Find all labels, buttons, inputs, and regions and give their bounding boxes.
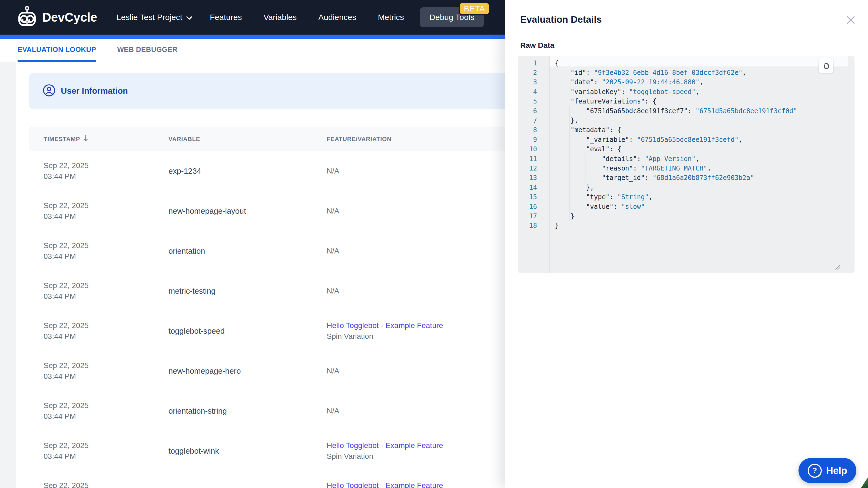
column-header-timestamp[interactable]: TIMESTAMP (29, 135, 168, 143)
code-line: 3 "date": "2025-09-22 19:44:46.880", (518, 77, 855, 87)
code-line: 13 "target_id": "68d1a6a20b873ff62e903b2… (518, 173, 855, 183)
line-number: 17 (518, 213, 537, 220)
beta-badge: BETA (459, 2, 490, 15)
code-line: 4 "variableKey": "togglebot-speed", (518, 87, 855, 96)
code-line: 6 "6751d5a65bdc8ee191f3cef7": "6751d5a65… (518, 106, 855, 116)
code-line: 5 "featureVariations": { (518, 97, 855, 106)
timestamp-time: 03:44 PM (43, 411, 168, 422)
timestamp-date: Sep 22, 2025 (43, 320, 168, 331)
timestamp-cell: Sep 22, 2025 03:44 PM (29, 160, 168, 182)
line-source: "reason": "TARGETING_MATCH", (537, 165, 711, 172)
help-button[interactable]: ? Help (799, 458, 856, 483)
nav-item-metrics[interactable]: Metrics (378, 13, 404, 22)
copy-button[interactable] (819, 58, 833, 73)
variable-cell: exp-1234 (168, 167, 327, 176)
line-number: 18 (518, 222, 537, 229)
line-number: 12 (518, 165, 537, 172)
sort-descending-icon (83, 135, 89, 143)
devcycle-logo[interactable]: DevCycle (16, 5, 97, 29)
line-number: 8 (518, 126, 537, 134)
code-line: 18 } (518, 221, 855, 230)
feature-na-value: N/A (327, 367, 339, 375)
line-source: "variableKey": "togglebot-speed", (537, 88, 700, 96)
code-line: 8 "metadata": { (518, 125, 855, 135)
line-source: "value": "slow" (537, 203, 645, 210)
code-line: 2 "id": "9f3e4b32-6ebb-4d16-8bef-03dccf3… (518, 68, 855, 77)
line-source: "target_id": "68d1a6a20b873ff62e903b2a" (537, 174, 754, 182)
line-source: "metadata": { (537, 126, 621, 134)
column-header-variable[interactable]: VARIABLE (168, 136, 327, 143)
line-source: }, (537, 184, 594, 191)
feature-na-value: N/A (327, 207, 339, 215)
user-circle-icon (43, 84, 56, 98)
close-icon[interactable] (845, 14, 857, 26)
variable-cell: new-homepage-layout (168, 207, 327, 216)
timestamp-header-label: TIMESTAMP (43, 136, 80, 143)
line-source: "date": "2025-09-22 19:44:46.880", (537, 78, 703, 86)
timestamp-date: Sep 22, 2025 (43, 200, 168, 211)
user-information-label: User Information (61, 86, 128, 96)
timestamp-cell: Sep 22, 2025 03:44 PM (29, 240, 168, 262)
timestamp-cell: Sep 22, 2025 03:44 PM (29, 200, 168, 222)
code-line: 12 "reason": "TARGETING_MATCH", (518, 163, 855, 173)
timestamp-cell: Sep 22, 2025 03:44 PM (29, 320, 168, 342)
nav-menu: Features Variables Audiences Metrics (210, 13, 404, 22)
line-number: 10 (518, 145, 537, 153)
timestamp-time: 03:44 PM (43, 331, 168, 342)
tab-evaluation-lookup[interactable]: EVALUATION LOOKUP (18, 39, 96, 62)
drawer-title: Evaluation Details (520, 14, 602, 25)
timestamp-time: 03:44 PM (43, 371, 168, 382)
timestamp-cell: Sep 22, 2025 03:44 PM (29, 480, 168, 488)
brand-name: DevCycle (42, 10, 97, 25)
timestamp-time: 03:44 PM (43, 251, 168, 262)
line-number: 2 (518, 69, 537, 76)
raw-data-label: Raw Data (520, 41, 554, 50)
raw-data-code-block[interactable]: 1 { 2 "id": "9f3e4b32-6ebb-4d16-8bef-03d… (518, 56, 855, 273)
timestamp-cell: Sep 22, 2025 03:44 PM (29, 400, 168, 422)
line-number: 5 (518, 98, 537, 105)
variable-header-label: VARIABLE (168, 136, 200, 143)
code-line: 15 "type": "String", (518, 192, 855, 202)
variable-cell: metric-testing (168, 287, 327, 296)
code-line: 16 "value": "slow" (518, 202, 855, 211)
nav-item-variables[interactable]: Variables (264, 13, 297, 22)
line-number: 13 (518, 174, 537, 182)
line-number: 1 (518, 60, 537, 67)
timestamp-date: Sep 22, 2025 (43, 360, 168, 371)
timestamp-cell: Sep 22, 2025 03:44 PM (29, 440, 168, 462)
tab-web-debugger[interactable]: WEB DEBUGGER (117, 39, 177, 62)
feature-na-value: N/A (327, 287, 339, 295)
project-selector[interactable]: Leslie Test Project (117, 13, 192, 22)
line-source: }, (537, 117, 579, 124)
code-line: 17 } (518, 211, 855, 221)
timestamp-time: 03:44 PM (43, 291, 168, 302)
timestamp-date: Sep 22, 2025 (43, 480, 168, 488)
line-source: } (537, 213, 574, 220)
line-source: "_variable": "6751d5a65bdc8ee191f3cefd", (537, 136, 743, 143)
timestamp-cell: Sep 22, 2025 03:44 PM (29, 280, 168, 302)
nav-item-features[interactable]: Features (210, 13, 242, 22)
variable-cell: togglebot-wink (168, 447, 327, 456)
project-selector-label: Leslie Test Project (117, 13, 182, 22)
line-source: { (537, 60, 559, 67)
code-line: 11 "details": "App Version", (518, 154, 855, 163)
evaluation-details-drawer: Evaluation Details Raw Data 1 { 2 "id": … (505, 0, 868, 488)
line-number: 7 (518, 117, 537, 124)
variable-cell: togglebot-speed (168, 487, 327, 488)
code-line: 10 "eval": { (518, 144, 855, 154)
timestamp-date: Sep 22, 2025 (43, 280, 168, 291)
variable-cell: orientation (168, 247, 327, 256)
nav-item-debug-tools[interactable]: Debug Tools BETA (420, 7, 484, 27)
timestamp-time: 03:44 PM (43, 171, 168, 182)
feature-variation-header-label: FEATURE/VARIATION (327, 136, 392, 143)
code-line: 14 }, (518, 183, 855, 192)
line-source: "details": "App Version", (537, 155, 700, 163)
line-source: "6751d5a65bdc8ee191f3cef7": "6751d5a65bd… (537, 107, 797, 115)
line-number: 9 (518, 136, 537, 143)
variable-cell: togglebot-speed (168, 327, 327, 335)
resize-grip[interactable] (834, 264, 840, 272)
line-source: "eval": { (537, 145, 621, 153)
code-lines: 1 { 2 "id": "9f3e4b32-6ebb-4d16-8bef-03d… (518, 58, 855, 230)
nav-item-audiences[interactable]: Audiences (318, 13, 356, 22)
devcycle-robot-icon (16, 5, 38, 29)
